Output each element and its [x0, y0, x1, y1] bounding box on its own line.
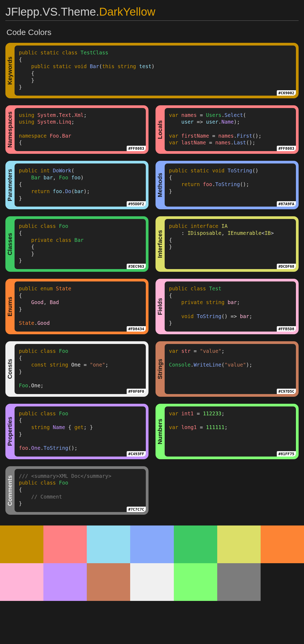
- card-label: Consts: [5, 344, 15, 394]
- card-consts: Consts public class Foo { const string O…: [5, 341, 148, 397]
- card-label: Fields: [156, 281, 165, 332]
- code: public int DoWork( Bar bar, Foo foo) { r…: [19, 167, 141, 202]
- code-block: public static class TestClass { public s…: [15, 46, 296, 96]
- card-label: Namespaces: [5, 108, 15, 151]
- card-properties: Properties public class Foo { string Nam…: [5, 404, 148, 459]
- hex-badge: #7C7C7C: [127, 507, 146, 512]
- card-interfaces: Interfaces public interface IA : IDispos…: [156, 216, 299, 272]
- hex-badge: #FFB5D8: [277, 326, 296, 332]
- code-block: public class Foo { private class Bar { }…: [15, 219, 146, 269]
- code-block: using System.Text.Xml; using System.Linq…: [15, 108, 146, 151]
- code: public class Foo { private class Bar { }…: [19, 223, 141, 264]
- palette-swatch: [130, 563, 174, 601]
- card-parameters: Parameters public int DoWork( Bar bar, F…: [5, 161, 148, 209]
- hex-badge: #FF8083: [127, 146, 146, 151]
- palette-swatch: [87, 525, 130, 563]
- palette-swatch: [174, 563, 217, 601]
- palette-swatch: [43, 525, 87, 563]
- hex-badge: #81FF75: [277, 451, 296, 457]
- palette-swatch: [43, 563, 87, 601]
- code: var str = "value"; Console.WriteLine("va…: [169, 348, 292, 368]
- hex-badge: #F0F0F0: [127, 389, 146, 394]
- palette-swatch: [130, 525, 174, 563]
- code: public enum State { Good, Bad } State.Go…: [19, 285, 141, 327]
- card-label: Properties: [5, 406, 15, 457]
- card-label: Enums: [5, 281, 15, 332]
- card-enums: Enums public enum State { Good, Bad } St…: [5, 279, 148, 334]
- card-grid: Keywords public static class TestClass {…: [5, 43, 299, 515]
- card-label: Methods: [156, 163, 165, 207]
- palette-swatch: [261, 563, 304, 601]
- palette-swatch: [0, 525, 43, 563]
- code: public static class TestClass { public s…: [19, 49, 292, 91]
- card-fields: Fields public class Test { private strin…: [156, 279, 299, 334]
- palette-swatch: [217, 563, 261, 601]
- card-classes: Classes public class Foo { private class…: [5, 216, 148, 272]
- code-block: var int1 = 112233; var long1 = 111111; #…: [165, 406, 296, 457]
- card-label: Comments: [5, 469, 15, 512]
- section-heading: Code Colors: [6, 28, 299, 37]
- hex-badge: #FF8083: [277, 146, 296, 151]
- code-block: public static void ToString() { return f…: [165, 163, 296, 207]
- code-block: /// <summary>XML Doc</summary> public cl…: [15, 469, 146, 512]
- code: public class Foo { const string One = "o…: [19, 348, 141, 389]
- card-label: Parameters: [5, 163, 15, 207]
- hex-badge: #C97D5C: [277, 389, 296, 394]
- code-block: public interface IA : IDisposable, IEnum…: [165, 219, 296, 269]
- code: public class Foo { string Name { get; } …: [19, 410, 141, 452]
- palette-swatch: [0, 563, 43, 601]
- hex-badge: #C69002: [277, 90, 296, 96]
- palette-swatch: [87, 563, 130, 601]
- code-block: public class Foo { string Name { get; } …: [15, 406, 146, 457]
- hex-badge: #95DDF2: [127, 201, 146, 207]
- code-block: var names = Users.Select( user => user.N…: [165, 108, 296, 151]
- card-comments: Comments /// <summary>XML Doc</summary> …: [5, 466, 148, 515]
- card-label: Strings: [156, 344, 165, 394]
- palette-swatch: [217, 525, 261, 563]
- card-namespaces: Namespaces using System.Text.Xml; using …: [5, 105, 148, 154]
- code: /// <summary>XML Doc</summary> public cl…: [19, 473, 141, 507]
- card-methods: Methods public static void ToString() { …: [156, 161, 299, 209]
- code: var names = Users.Select( user => user.N…: [169, 112, 292, 146]
- hex-badge: #C493FF: [127, 451, 146, 457]
- palette-swatch: [174, 525, 217, 563]
- card-label: Numbers: [156, 406, 165, 457]
- title-accent: DarkYellow: [99, 5, 156, 18]
- code-block: public class Test { private string bar; …: [165, 281, 296, 332]
- code: public static void ToString() { return f…: [169, 167, 292, 195]
- code-block: public class Foo { const string One = "o…: [15, 344, 146, 394]
- hex-badge: #87A9FA: [277, 201, 296, 207]
- hex-badge: #FD8434: [127, 326, 146, 332]
- color-palette: [0, 525, 304, 601]
- palette-swatch: [261, 525, 304, 563]
- card-numbers: Numbers var int1 = 112233; var long1 = 1…: [156, 404, 299, 459]
- code-block: public enum State { Good, Bad } State.Go…: [15, 281, 146, 332]
- card-locals: Locals var names = Users.Select( user =>…: [156, 105, 299, 154]
- card-label: Interfaces: [156, 219, 165, 269]
- code-block: var str = "value"; Console.WriteLine("va…: [165, 344, 296, 394]
- code: public class Test { private string bar; …: [169, 285, 292, 327]
- hex-badge: #3EC963: [127, 264, 146, 269]
- page-title: JFlepp.VS.Theme.DarkYellow: [5, 5, 299, 21]
- code: var int1 = 112233; var long1 = 111111;: [169, 410, 292, 431]
- title-prefix: JFlepp.VS.Theme.: [5, 5, 99, 18]
- hex-badge: #DCDF68: [277, 264, 296, 269]
- card-label: Keywords: [5, 46, 15, 96]
- code: public interface IA : IDisposable, IEnum…: [169, 223, 292, 250]
- code: using System.Text.Xml; using System.Linq…: [19, 112, 141, 146]
- card-keywords: Keywords public static class TestClass {…: [5, 43, 299, 98]
- card-strings: Strings var str = "value"; Console.Write…: [156, 341, 299, 397]
- card-label: Locals: [156, 108, 165, 151]
- code-block: public int DoWork( Bar bar, Foo foo) { r…: [15, 163, 146, 207]
- card-label: Classes: [5, 219, 15, 269]
